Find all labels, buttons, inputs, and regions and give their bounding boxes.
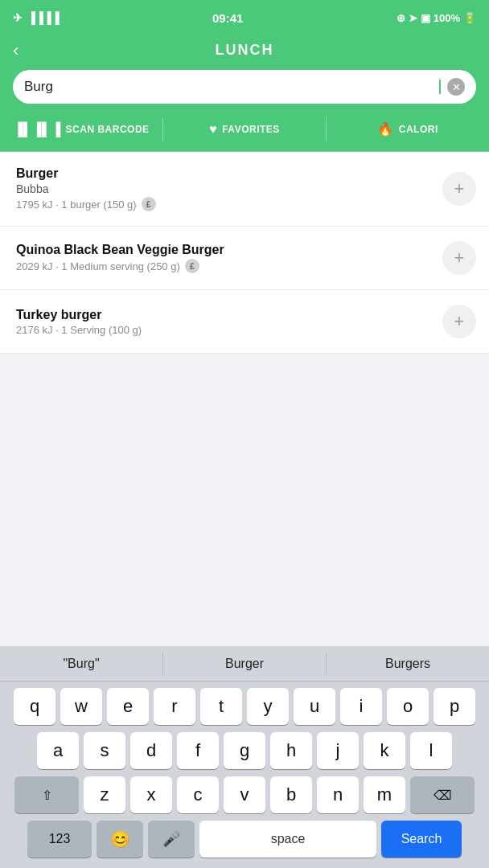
key-row-3: ⇧ z x c v b n m ⌫ (3, 776, 486, 813)
food-meta-0: 1795 kJ · 1 burger (150 g)£ (16, 197, 442, 211)
food-meta-1: 2029 kJ · 1 Medium serving (250 g)£ (16, 259, 442, 273)
heart-icon: ♥ (209, 122, 217, 137)
suggestion-2[interactable]: Burgers (327, 649, 489, 679)
actions-bar: ▐▌▐▌▐ SCAN BARCODE ♥ FAVORITES 🔥 CALORI (0, 117, 489, 152)
keyboard: "Burg" Burger Burgers q w e r t y u i o … (0, 646, 489, 868)
calories-button[interactable]: 🔥 CALORI (326, 117, 489, 141)
food-brand-0: Bubba (16, 182, 442, 195)
header: ‹ LUNCH (0, 35, 489, 70)
status-bar: ✈ ▐▐▐▐ 09:41 ⊕ ➤ ▣ 100% 🔋 (0, 0, 489, 35)
key-row-2: a s d f g h j k l (3, 732, 486, 769)
key-c[interactable]: c (177, 776, 219, 813)
key-z[interactable]: z (84, 776, 125, 813)
text-cursor (439, 80, 441, 94)
key-m[interactable]: m (364, 776, 405, 813)
keyboard-rows: q w e r t y u i o p a s d f g h j k l ⇧ … (0, 682, 489, 868)
signal-bars: ▐▐▐▐ (27, 11, 60, 24)
food-item-1: Quinoa Black Bean Veggie Burger2029 kJ ·… (0, 227, 489, 290)
food-item-0: BurgerBubba1795 kJ · 1 burger (150 g)£+ (0, 152, 489, 227)
food-meta-2: 2176 kJ · 1 Serving (100 g) (16, 324, 442, 336)
key-l[interactable]: l (410, 732, 452, 769)
suggestion-1[interactable]: Burger (163, 649, 326, 679)
screen-icon: ▣ (421, 12, 430, 24)
key-row-4: 123 😊 🎤 space Search (3, 821, 486, 858)
favorites-button[interactable]: ♥ FAVORITES (162, 117, 326, 141)
delete-key[interactable]: ⌫ (410, 776, 475, 813)
favorites-label: FAVORITES (222, 124, 280, 135)
status-right: ⊕ ➤ ▣ 100% 🔋 (397, 12, 476, 24)
food-badge-1: £ (185, 259, 199, 273)
suggestion-0[interactable]: "Burg" (0, 649, 162, 679)
food-info-1: Quinoa Black Bean Veggie Burger2029 kJ ·… (16, 243, 442, 273)
food-info-0: BurgerBubba1795 kJ · 1 burger (150 g)£ (16, 166, 442, 211)
key-o[interactable]: o (387, 688, 429, 725)
key-j[interactable]: j (317, 732, 359, 769)
key-v[interactable]: v (224, 776, 265, 813)
key-i[interactable]: i (340, 688, 382, 725)
scan-label: SCAN BARCODE (66, 124, 150, 135)
key-r[interactable]: r (154, 688, 195, 725)
key-b[interactable]: b (270, 776, 312, 813)
battery-label: 100% (434, 12, 460, 24)
key-u[interactable]: u (294, 688, 335, 725)
food-name-2: Turkey burger (16, 308, 442, 322)
add-food-button-1[interactable]: + (442, 241, 476, 275)
search-bar: ✕ (13, 70, 476, 104)
key-t[interactable]: t (200, 688, 242, 725)
airplane-icon: ✈ (13, 11, 23, 24)
mic-key[interactable]: 🎤 (148, 821, 195, 858)
fire-icon: 🔥 (377, 121, 394, 137)
keyboard-suggestions: "Burg" Burger Burgers (0, 646, 489, 682)
search-button[interactable]: Search (381, 821, 462, 858)
search-input[interactable] (24, 79, 432, 95)
food-name-1: Quinoa Black Bean Veggie Burger (16, 243, 442, 257)
key-k[interactable]: k (364, 732, 405, 769)
status-time: 09:41 (212, 11, 243, 25)
status-left: ✈ ▐▐▐▐ (13, 11, 60, 24)
page-title: LUNCH (216, 42, 274, 59)
food-list: BurgerBubba1795 kJ · 1 burger (150 g)£+Q… (0, 152, 489, 354)
add-food-button-2[interactable]: + (442, 305, 476, 338)
shift-key[interactable]: ⇧ (14, 776, 79, 813)
emoji-key[interactable]: 😊 (97, 821, 143, 858)
key-row-1: q w e r t y u i o p (3, 688, 486, 725)
space-key[interactable]: space (199, 821, 376, 858)
key-x[interactable]: x (130, 776, 172, 813)
scan-barcode-button[interactable]: ▐▌▐▌▐ SCAN BARCODE (0, 117, 162, 141)
nav-icon: ➤ (409, 12, 417, 24)
search-container: ✕ (0, 70, 489, 117)
location-icon: ⊕ (397, 12, 405, 24)
key-f[interactable]: f (177, 732, 219, 769)
key-g[interactable]: g (224, 732, 265, 769)
key-h[interactable]: h (270, 732, 312, 769)
key-w[interactable]: w (60, 688, 102, 725)
key-n[interactable]: n (317, 776, 359, 813)
food-item-2: Turkey burger2176 kJ · 1 Serving (100 g)… (0, 290, 489, 354)
key-a[interactable]: a (37, 732, 79, 769)
food-badge-0: £ (142, 197, 156, 211)
key-p[interactable]: p (434, 688, 475, 725)
calories-label: CALORI (399, 124, 438, 135)
numbers-key[interactable]: 123 (27, 821, 92, 858)
food-name-0: Burger (16, 166, 442, 181)
barcode-icon: ▐▌▐▌▐ (13, 122, 60, 137)
key-q[interactable]: q (14, 688, 55, 725)
add-food-button-0[interactable]: + (442, 172, 476, 206)
key-d[interactable]: d (130, 732, 172, 769)
clear-button[interactable]: ✕ (447, 78, 465, 96)
battery-icon: 🔋 (463, 12, 476, 24)
key-s[interactable]: s (84, 732, 125, 769)
back-button[interactable]: ‹ (13, 40, 18, 61)
key-e[interactable]: e (107, 688, 149, 725)
food-info-2: Turkey burger2176 kJ · 1 Serving (100 g) (16, 308, 442, 336)
key-y[interactable]: y (247, 688, 289, 725)
